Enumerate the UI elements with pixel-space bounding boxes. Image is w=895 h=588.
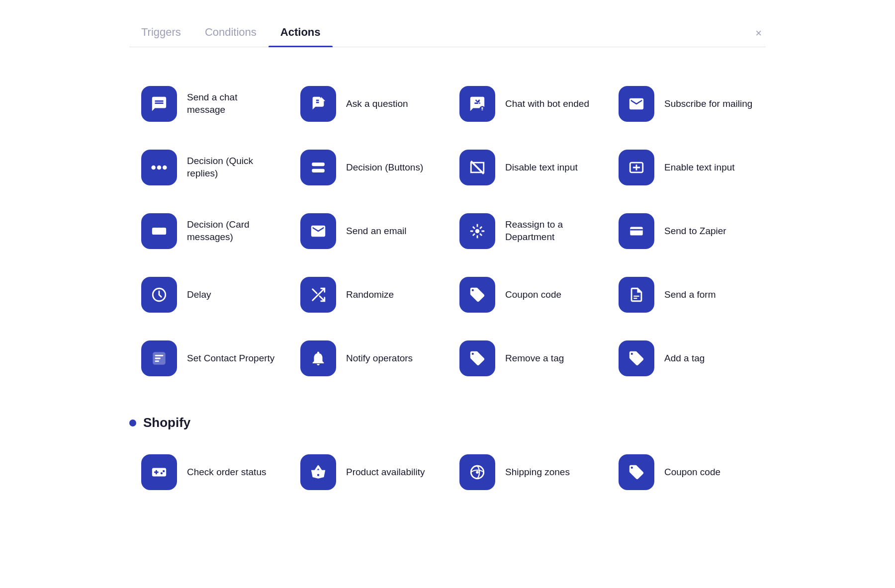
send-form-icon bbox=[619, 277, 654, 313]
action-randomize[interactable]: Randomize bbox=[288, 263, 448, 327]
send-email-label: Send an email bbox=[346, 225, 406, 238]
send-to-zapier-icon bbox=[619, 213, 654, 249]
action-coupon-code[interactable]: Coupon code bbox=[448, 263, 607, 327]
svg-point-16 bbox=[476, 471, 479, 474]
decision-quick-replies-icon bbox=[141, 150, 177, 185]
reassign-department-icon bbox=[459, 213, 495, 249]
coupon-code-label: Coupon code bbox=[505, 289, 561, 301]
svg-rect-10 bbox=[161, 228, 166, 235]
disable-text-input-icon bbox=[459, 150, 495, 185]
ask-question-label: Ask a question bbox=[346, 98, 408, 110]
svg-point-3 bbox=[163, 166, 167, 170]
send-chat-message-icon bbox=[141, 86, 177, 122]
send-to-zapier-label: Send to Zapier bbox=[664, 225, 726, 238]
chat-bot-ended-label: Chat with bot ended bbox=[505, 98, 589, 110]
tab-actions[interactable]: Actions bbox=[268, 20, 333, 47]
action-notify-operators[interactable]: Notify operators bbox=[288, 327, 448, 390]
action-send-form[interactable]: Send a form bbox=[607, 263, 766, 327]
action-send-to-zapier[interactable]: Send to Zapier bbox=[607, 199, 766, 263]
randomize-label: Randomize bbox=[346, 289, 394, 301]
check-order-status-label: Check order status bbox=[187, 466, 266, 479]
add-tag-label: Add a tag bbox=[664, 352, 705, 365]
action-remove-tag[interactable]: Remove a tag bbox=[448, 327, 607, 390]
check-order-status-icon bbox=[141, 454, 177, 490]
shopify-grid: Check order status Product availability … bbox=[129, 440, 766, 504]
shopify-coupon-code-label: Coupon code bbox=[664, 466, 720, 479]
action-send-chat-message[interactable]: Send a chat message bbox=[129, 72, 288, 136]
action-send-email[interactable]: Send an email bbox=[288, 199, 448, 263]
action-set-contact-property[interactable]: Set Contact Property bbox=[129, 327, 288, 390]
action-reassign-department[interactable]: Reassign to a Department bbox=[448, 199, 607, 263]
action-shipping-zones[interactable]: Shipping zones bbox=[448, 440, 607, 504]
decision-card-messages-label: Decision (Card messages) bbox=[187, 219, 276, 243]
set-contact-property-label: Set Contact Property bbox=[187, 352, 274, 365]
shopify-coupon-code-icon bbox=[619, 454, 654, 490]
notify-operators-label: Notify operators bbox=[346, 352, 413, 365]
coupon-code-icon bbox=[459, 277, 495, 313]
svg-point-11 bbox=[475, 229, 480, 234]
shipping-zones-icon bbox=[459, 454, 495, 490]
action-subscribe-mailing[interactable]: Subscribe for mailing bbox=[607, 72, 766, 136]
product-availability-label: Product availability bbox=[346, 466, 425, 479]
delay-label: Delay bbox=[187, 289, 211, 301]
close-button[interactable]: × bbox=[751, 23, 766, 44]
svg-rect-4 bbox=[312, 163, 325, 166]
action-decision-card-messages[interactable]: Decision (Card messages) bbox=[129, 199, 288, 263]
randomize-icon bbox=[300, 277, 336, 313]
notify-operators-icon bbox=[300, 340, 336, 376]
add-tag-icon bbox=[619, 340, 654, 376]
svg-rect-12 bbox=[630, 227, 643, 236]
action-enable-text-input[interactable]: Enable text input bbox=[607, 136, 766, 199]
svg-point-1 bbox=[157, 166, 162, 170]
enable-text-input-icon bbox=[619, 150, 654, 185]
action-chat-bot-ended[interactable]: Chat with bot ended bbox=[448, 72, 607, 136]
decision-buttons-icon bbox=[300, 150, 336, 185]
shopify-title-text: Shopify bbox=[143, 415, 190, 430]
shopify-dot bbox=[129, 420, 136, 426]
send-email-icon bbox=[300, 213, 336, 249]
decision-card-messages-icon bbox=[141, 213, 177, 249]
action-product-availability[interactable]: Product availability bbox=[288, 440, 448, 504]
tabs-header: Triggers Conditions Actions × bbox=[129, 20, 766, 47]
decision-buttons-label: Decision (Buttons) bbox=[346, 162, 423, 174]
product-availability-icon bbox=[300, 454, 336, 490]
remove-tag-icon bbox=[459, 340, 495, 376]
ask-question-icon bbox=[300, 86, 336, 122]
chat-bot-ended-icon bbox=[459, 86, 495, 122]
actions-grid: Send a chat message Ask a question Chat … bbox=[129, 72, 766, 390]
set-contact-property-icon bbox=[141, 340, 177, 376]
action-decision-quick-replies[interactable]: Decision (Quick replies) bbox=[129, 136, 288, 199]
shopify-section-title: Shopify bbox=[129, 415, 766, 430]
shipping-zones-label: Shipping zones bbox=[505, 466, 570, 479]
svg-point-2 bbox=[151, 166, 156, 170]
action-ask-question[interactable]: Ask a question bbox=[288, 72, 448, 136]
action-add-tag[interactable]: Add a tag bbox=[607, 327, 766, 390]
send-chat-message-label: Send a chat message bbox=[187, 91, 276, 116]
subscribe-mailing-label: Subscribe for mailing bbox=[664, 98, 752, 110]
subscribe-mailing-icon bbox=[619, 86, 654, 122]
reassign-department-label: Reassign to a Department bbox=[505, 219, 595, 243]
action-shopify-coupon-code[interactable]: Coupon code bbox=[607, 440, 766, 504]
tab-conditions[interactable]: Conditions bbox=[193, 20, 268, 47]
decision-quick-replies-label: Decision (Quick replies) bbox=[187, 155, 276, 179]
send-form-label: Send a form bbox=[664, 289, 716, 301]
tab-triggers[interactable]: Triggers bbox=[129, 20, 193, 47]
action-decision-buttons[interactable]: Decision (Buttons) bbox=[288, 136, 448, 199]
action-check-order-status[interactable]: Check order status bbox=[129, 440, 288, 504]
disable-text-input-label: Disable text input bbox=[505, 162, 578, 174]
delay-icon bbox=[141, 277, 177, 313]
action-disable-text-input[interactable]: Disable text input bbox=[448, 136, 607, 199]
enable-text-input-label: Enable text input bbox=[664, 162, 735, 174]
svg-rect-5 bbox=[312, 169, 325, 172]
remove-tag-label: Remove a tag bbox=[505, 352, 564, 365]
action-delay[interactable]: Delay bbox=[129, 263, 288, 327]
